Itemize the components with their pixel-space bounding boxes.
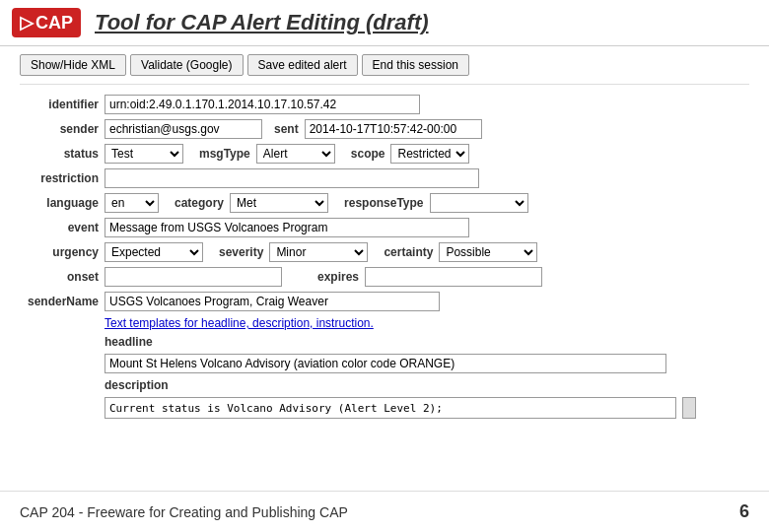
- identifier-row: identifier: [20, 95, 749, 114]
- onset-row: onset expires: [20, 267, 749, 287]
- sender-input[interactable]: [105, 119, 262, 139]
- save-alert-button[interactable]: Save edited alert: [247, 54, 358, 76]
- logo-icon: ▷: [20, 12, 34, 33]
- sent-label: sent: [274, 122, 299, 136]
- main-content: Show/Hide XML Validate (Google) Save edi…: [0, 46, 769, 428]
- logo-text: CAP: [35, 13, 73, 33]
- scope-select[interactable]: Restricted Public Private: [390, 144, 469, 164]
- show-hide-xml-button[interactable]: Show/Hide XML: [20, 54, 126, 76]
- expires-input[interactable]: [365, 267, 542, 287]
- toolbar: Show/Hide XML Validate (Google) Save edi…: [20, 46, 749, 85]
- certainty-label: certainty: [384, 245, 433, 259]
- onset-input[interactable]: [105, 267, 282, 287]
- status-row: status Test Actual Exercise System Draft…: [20, 144, 749, 164]
- category-label: category: [175, 196, 224, 210]
- headline-row: [105, 354, 749, 373]
- description-input[interactable]: [105, 397, 676, 419]
- language-select[interactable]: en fr es: [105, 193, 159, 213]
- sendername-input[interactable]: [105, 292, 440, 311]
- event-label: event: [20, 221, 99, 234]
- sender-label: sender: [20, 122, 99, 136]
- urgency-row: urgency Expected Immediate Future Past U…: [20, 242, 749, 262]
- restriction-label: restriction: [20, 171, 99, 185]
- validate-button[interactable]: Validate (Google): [130, 54, 244, 76]
- footer-page-number: 6: [739, 501, 749, 522]
- scope-label: scope: [351, 147, 385, 161]
- language-label: language: [20, 196, 99, 210]
- severity-select[interactable]: Minor Extreme Severe Moderate Unknown: [269, 242, 368, 262]
- headline-input[interactable]: [105, 354, 666, 373]
- severity-label: severity: [219, 245, 263, 259]
- description-label-row: description: [105, 378, 749, 392]
- certainty-select[interactable]: Possible Observed Likely Unlikely Unknow…: [439, 242, 537, 262]
- urgency-select[interactable]: Expected Immediate Future Past Unknown: [105, 242, 203, 262]
- responsetype-label: responseType: [344, 196, 423, 210]
- description-section-label: description: [105, 378, 169, 392]
- footer: CAP 204 - Freeware for Creating and Publ…: [0, 491, 769, 532]
- sendername-row: senderName: [20, 292, 749, 311]
- restriction-row: restriction: [20, 168, 749, 188]
- status-select[interactable]: Test Actual Exercise System Draft: [105, 144, 183, 164]
- headline-label-row: headline: [105, 335, 749, 349]
- sent-input[interactable]: [305, 119, 482, 139]
- footer-text: CAP 204 - Freeware for Creating and Publ…: [20, 504, 348, 520]
- scrollbar[interactable]: [682, 397, 696, 419]
- expires-label: expires: [317, 270, 359, 284]
- headline-section-label: headline: [105, 335, 153, 349]
- msgtype-label: msgType: [199, 147, 250, 161]
- page-title: Tool for CAP Alert Editing (draft): [95, 10, 429, 35]
- sendername-label: senderName: [20, 295, 99, 308]
- responsetype-select[interactable]: Shelter Evacuate Prepare: [430, 193, 528, 213]
- urgency-label: urgency: [20, 245, 99, 259]
- text-templates-row: Text templates for headline, description…: [105, 316, 749, 330]
- header: ▷ CAP Tool for CAP Alert Editing (draft): [0, 0, 769, 46]
- identifier-input[interactable]: [105, 95, 420, 114]
- msgtype-select[interactable]: Alert Update Cancel Ack Error: [256, 144, 335, 164]
- description-row: [105, 397, 749, 419]
- text-templates-link[interactable]: Text templates for headline, description…: [105, 316, 374, 330]
- event-row: event: [20, 218, 749, 237]
- onset-label: onset: [20, 270, 99, 284]
- language-row: language en fr es category Met Geo Safet…: [20, 193, 749, 213]
- status-label: status: [20, 147, 99, 161]
- category-select[interactable]: Met Geo Safety Other: [230, 193, 328, 213]
- end-session-button[interactable]: End this session: [362, 54, 469, 76]
- sender-row: sender sent: [20, 119, 749, 139]
- restriction-input[interactable]: [105, 168, 479, 188]
- event-input[interactable]: [105, 218, 469, 237]
- logo: ▷ CAP: [12, 8, 81, 37]
- identifier-label: identifier: [20, 98, 99, 111]
- form-section: identifier sender sent status Test Actua…: [20, 91, 749, 428]
